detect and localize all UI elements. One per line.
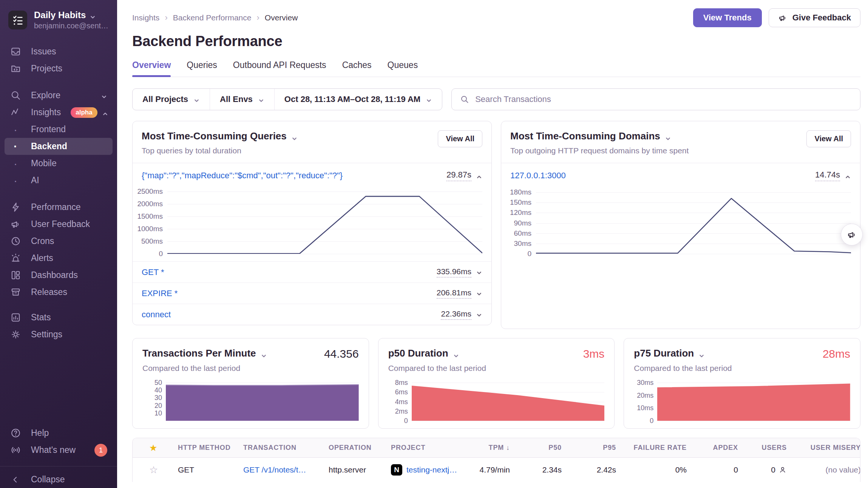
org-avatar bbox=[8, 11, 27, 29]
column-header-apdex[interactable]: APDEX bbox=[687, 444, 738, 452]
tpm-card: Transactions Per Minute 44.356 Compared … bbox=[132, 338, 369, 429]
transactions-table: ★ HTTP METHOD TRANSACTION OPERATION PROJ… bbox=[132, 438, 860, 482]
date-range-label: Oct 28, 11:13 AM–Oct 28, 11:19 AM bbox=[284, 94, 420, 104]
query-link[interactable]: connect bbox=[142, 310, 171, 320]
sidebar-item-label: Projects bbox=[31, 63, 62, 74]
sidebar-item-label: Settings bbox=[31, 329, 62, 340]
expanded-query-row: {"map":"?","mapReduce":"$cmd","out":"?",… bbox=[133, 163, 491, 185]
sidebar-item-stats[interactable]: Stats bbox=[5, 309, 113, 326]
star-column-header[interactable]: ★ bbox=[133, 443, 178, 453]
tab-queries[interactable]: Queries bbox=[187, 60, 217, 77]
sidebar-item-whats-new[interactable]: What's new 1 bbox=[5, 442, 113, 459]
column-header-p50[interactable]: P50 bbox=[510, 444, 562, 452]
org-switcher[interactable]: Daily Habits benjamin.coe@sent… bbox=[0, 0, 117, 33]
sidebar-item-insights[interactable]: Insights alpha bbox=[5, 104, 113, 121]
tab-overview[interactable]: Overview bbox=[132, 60, 171, 77]
query-total-time[interactable]: 29.87s bbox=[446, 170, 482, 181]
column-header-project[interactable]: PROJECT bbox=[391, 444, 459, 452]
tab-outbound-api-requests[interactable]: Outbound API Requests bbox=[233, 60, 326, 77]
queries-trend-chart: 0500ms1000ms1500ms2000ms2500ms bbox=[135, 189, 482, 254]
tpm-card-header: Transactions Per Minute 44.356 bbox=[142, 347, 359, 360]
floating-feedback-button[interactable] bbox=[841, 224, 863, 246]
domain-total-time[interactable]: 14.74s bbox=[815, 170, 851, 181]
sidebar-item-dashboards[interactable]: Dashboards bbox=[5, 267, 113, 284]
project-link[interactable]: testing-nextj… bbox=[406, 465, 457, 474]
org-name-label: Daily Habits bbox=[34, 10, 86, 20]
domains-panel-titles: Most Time-Consuming Domains Top outgoing… bbox=[510, 130, 689, 155]
cell-project: N testing-nextj… bbox=[391, 464, 459, 476]
sidebar-item-performance[interactable]: Performance bbox=[5, 199, 113, 216]
p50-card-title-label: p50 Duration bbox=[388, 347, 448, 359]
tpm-card-title[interactable]: Transactions Per Minute bbox=[142, 347, 267, 359]
sidebar-item-issues[interactable]: Issues bbox=[5, 43, 113, 60]
query-link[interactable]: GET * bbox=[142, 267, 164, 277]
collapse-button[interactable]: Collapse bbox=[5, 471, 113, 488]
plot-area bbox=[536, 189, 851, 254]
column-header-user-misery[interactable]: USER MISERY bbox=[787, 444, 860, 452]
sidebar-item-crons[interactable]: Crons bbox=[5, 233, 113, 250]
gear-icon bbox=[10, 329, 21, 340]
sidebar-item-label: Explore bbox=[31, 90, 60, 100]
column-header-p95[interactable]: P95 bbox=[562, 444, 616, 452]
breadcrumb-backend-performance[interactable]: Backend Performance bbox=[173, 13, 252, 22]
p75-card-title[interactable]: p75 Duration bbox=[634, 347, 705, 359]
sidebar-item-user-feedback[interactable]: User Feedback bbox=[5, 216, 113, 233]
cell-tpm: 4.79/min bbox=[459, 465, 510, 474]
domain-link[interactable]: 127.0.0.1:3000 bbox=[510, 171, 566, 181]
column-header-operation[interactable]: OPERATION bbox=[329, 444, 391, 452]
query-total-time[interactable]: 335.96ms bbox=[437, 267, 482, 278]
sidebar-item-ai[interactable]: · AI bbox=[5, 172, 113, 189]
star-toggle[interactable]: ☆ bbox=[133, 464, 178, 476]
domains-panel-title[interactable]: Most Time-Consuming Domains bbox=[510, 130, 689, 142]
chevron-down-icon bbox=[453, 350, 459, 357]
date-range-filter[interactable]: Oct 28, 11:13 AM–Oct 28, 11:19 AM bbox=[274, 89, 442, 110]
chevron-down-icon bbox=[193, 96, 200, 103]
domains-view-all-button[interactable]: View All bbox=[806, 130, 851, 147]
queries-view-all-button[interactable]: View All bbox=[438, 130, 482, 147]
give-feedback-button[interactable]: Give Feedback bbox=[769, 8, 860, 27]
queries-panel-title[interactable]: Most Time-Consuming Queries bbox=[142, 130, 298, 142]
query-link[interactable]: {"map":"?","mapReduce":"$cmd","out":"?",… bbox=[142, 171, 343, 181]
sidebar-item-settings[interactable]: Settings bbox=[5, 326, 113, 343]
p75-card: p75 Duration 28ms Compared to the last p… bbox=[624, 338, 860, 429]
search-input[interactable] bbox=[475, 94, 852, 104]
column-header-http-method[interactable]: HTTP METHOD bbox=[178, 444, 243, 452]
view-trends-button[interactable]: View Trends bbox=[693, 8, 762, 27]
queries-panel-subtitle: Top queries by total duration bbox=[142, 146, 298, 155]
cell-p50: 2.34s bbox=[510, 465, 562, 474]
p50-card: p50 Duration 3ms Compared to the last pe… bbox=[378, 338, 615, 429]
p50-card-header: p50 Duration 3ms bbox=[388, 347, 605, 360]
environment-filter[interactable]: All Envs bbox=[210, 89, 274, 110]
query-row-connect: connect 22.36ms bbox=[133, 304, 491, 325]
sidebar-item-projects[interactable]: Projects bbox=[5, 60, 113, 77]
clock-icon bbox=[10, 236, 21, 247]
breadcrumb-insights[interactable]: Insights bbox=[132, 13, 159, 22]
column-header-tpm[interactable]: TPM ↓ bbox=[459, 444, 510, 452]
transaction-link[interactable]: GET /v1/notes/t… bbox=[243, 465, 306, 474]
query-total-time-value: 206.81ms bbox=[437, 288, 471, 299]
p50-card-title[interactable]: p50 Duration bbox=[388, 347, 459, 359]
sidebar-item-label: Crons bbox=[31, 236, 54, 246]
project-filter[interactable]: All Projects bbox=[133, 89, 210, 110]
sidebar-item-explore[interactable]: Explore bbox=[5, 87, 113, 104]
header-actions: View Trends Give Feedback bbox=[693, 8, 860, 27]
column-header-transaction[interactable]: TRANSACTION bbox=[243, 444, 329, 452]
query-total-time-value: 335.96ms bbox=[437, 267, 471, 278]
sidebar-item-backend[interactable]: · Backend bbox=[5, 138, 113, 155]
column-header-failure-rate[interactable]: FAILURE RATE bbox=[616, 444, 687, 452]
tab-caches[interactable]: Caches bbox=[342, 60, 372, 77]
environment-filter-label: All Envs bbox=[220, 94, 253, 104]
query-total-time[interactable]: 22.36ms bbox=[441, 309, 482, 320]
column-header-users[interactable]: USERS bbox=[738, 444, 787, 452]
tab-queues[interactable]: Queues bbox=[388, 60, 418, 77]
sidebar-item-help[interactable]: Help bbox=[5, 425, 113, 442]
sidebar-item-mobile[interactable]: · Mobile bbox=[5, 155, 113, 172]
sidebar-item-alerts[interactable]: Alerts bbox=[5, 250, 113, 267]
query-link[interactable]: EXPIRE * bbox=[142, 289, 178, 298]
tpm-chart: 1020304050 bbox=[142, 379, 359, 421]
query-total-time[interactable]: 206.81ms bbox=[437, 288, 482, 299]
project-filter-label: All Projects bbox=[142, 94, 188, 104]
sidebar-item-frontend[interactable]: · Frontend bbox=[5, 121, 113, 138]
sidebar-item-releases[interactable]: Releases bbox=[5, 284, 113, 301]
chevron-down-icon bbox=[698, 350, 705, 357]
